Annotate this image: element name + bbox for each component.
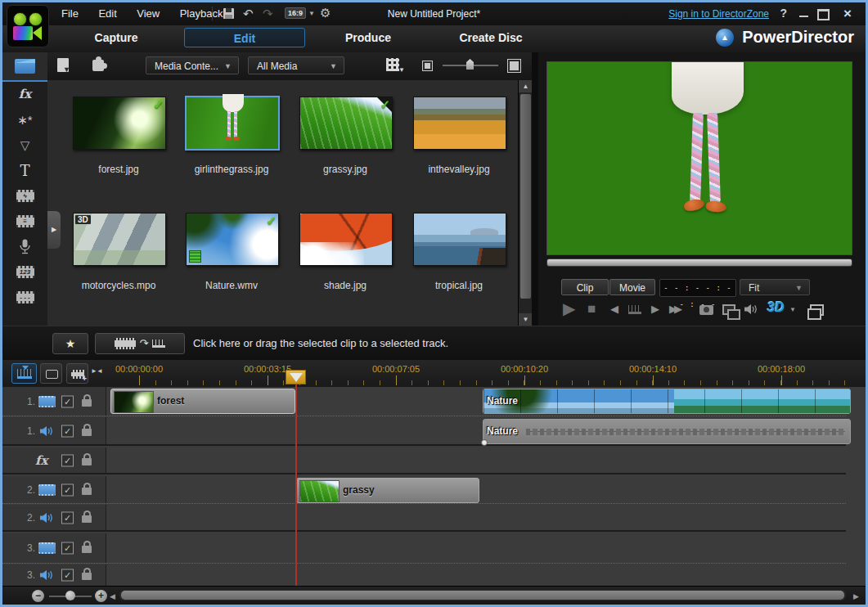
sidebar-item-media-room[interactable] — [2, 52, 47, 82]
undock-preview-button[interactable] — [810, 304, 824, 316]
media-thumbnail-inthevalley[interactable] — [413, 97, 506, 150]
track-row-video-1[interactable]: 1. ✓ forest Nature — [2, 387, 846, 416]
sidebar-item-effect-room[interactable]: fx — [2, 82, 47, 107]
media-thumbnail-tropical[interactable] — [413, 213, 506, 266]
fade-keyframe-handle[interactable] — [481, 439, 488, 446]
sidebar-item-pip-objects-room[interactable]: ∗* — [2, 107, 47, 133]
import-media-icon[interactable] — [57, 58, 69, 72]
zoom-fit-dropdown[interactable]: Fit ▼ — [740, 279, 810, 295]
sidebar-item-subtitle-room[interactable]: - - - — [2, 285, 47, 310]
preview-seekbar[interactable] — [546, 259, 852, 267]
lock-icon[interactable] — [82, 399, 92, 407]
aspect-dropdown-icon[interactable]: ▼ — [308, 10, 315, 17]
3d-mode-button[interactable]: 3D — [767, 300, 784, 315]
thumbnail-zoom-handle[interactable] — [466, 59, 474, 70]
timeline-zoom-in-button[interactable]: + — [95, 590, 107, 602]
next-frame-button[interactable]: ▶ — [651, 303, 659, 315]
track-enable-checkbox[interactable]: ✓ — [61, 569, 74, 582]
storyboard-view-button[interactable] — [40, 363, 62, 384]
track-enable-checkbox[interactable]: ✓ — [61, 542, 74, 555]
undo-icon[interactable]: ↶ — [243, 7, 254, 21]
preview-video[interactable] — [546, 61, 852, 255]
timeline-zoom-handle[interactable] — [65, 591, 75, 600]
lock-icon[interactable] — [82, 573, 92, 580]
lock-icon[interactable] — [82, 515, 92, 523]
tab-capture[interactable]: Capture — [64, 31, 169, 44]
stop-button[interactable]: ■ — [587, 301, 596, 317]
seek-marker-button[interactable] — [628, 305, 641, 314]
timeline-view-button[interactable] — [11, 363, 37, 384]
media-filter-dropdown[interactable]: All Media ▼ — [248, 56, 344, 74]
save-icon[interactable] — [223, 8, 234, 19]
track-enable-checkbox[interactable]: ✓ — [61, 454, 74, 466]
gear-icon[interactable]: ⚙ — [320, 6, 331, 20]
previous-frame-button[interactable]: ◀ — [610, 303, 618, 315]
timeline-clip-nature-audio[interactable]: Nature — [483, 419, 851, 444]
media-thumbnail-forest[interactable]: ✓ — [73, 97, 166, 150]
redo-icon[interactable]: ↷ — [263, 7, 273, 21]
3d-dropdown-icon[interactable]: ▼ — [789, 306, 796, 313]
track-enable-checkbox[interactable]: ✓ — [61, 395, 74, 407]
media-thumbnail-shade[interactable] — [299, 213, 393, 266]
sidebar-item-audio-mixing-room[interactable]: ≡ — [2, 209, 47, 234]
lock-icon[interactable] — [82, 458, 92, 465]
add-track-button[interactable]: + — [66, 363, 88, 384]
track-enable-checkbox[interactable]: ✓ — [61, 425, 74, 437]
media-thumbnail-nature[interactable]: ✓ — [186, 213, 279, 266]
playhead-line[interactable] — [295, 384, 297, 586]
range-select-button[interactable]: ►◄ — [91, 367, 102, 375]
track-row-effect[interactable]: fx ✓ — [2, 447, 846, 474]
sidebar-item-title-room[interactable]: T — [2, 158, 47, 183]
menu-playback[interactable]: Playback — [172, 2, 232, 25]
insert-to-timeline-button[interactable]: ↷ — [95, 333, 185, 354]
timeline-horizontal-scrollbar[interactable] — [119, 590, 846, 600]
sidebar-item-voiceover-room[interactable] — [2, 234, 47, 259]
sidebar-item-particle-room[interactable]: ▽ — [2, 133, 47, 158]
sort-media-icon[interactable] — [386, 58, 399, 71]
ruler-ticks[interactable] — [106, 360, 848, 385]
snapshot-button[interactable] — [699, 305, 713, 315]
media-thumbnail-girlinthegrass[interactable] — [185, 96, 280, 151]
close-button[interactable]: × — [843, 6, 852, 22]
movie-mode-button[interactable]: Movie — [609, 279, 655, 295]
scrollbar-thumb[interactable] — [520, 94, 531, 299]
plugin-icon[interactable] — [92, 60, 104, 71]
scroll-left-icon[interactable]: ◀ — [110, 592, 115, 600]
timeline-clip-grassy[interactable]: grassy — [296, 478, 479, 503]
magic-tools-button[interactable]: ★ — [52, 333, 88, 354]
lock-icon[interactable] — [82, 488, 92, 495]
timecode-display[interactable]: - - : - - : - - : - - — [659, 279, 736, 297]
lock-icon[interactable] — [82, 429, 92, 436]
brand-up-arrow-icon[interactable]: ▲ — [716, 29, 734, 47]
menu-file[interactable]: File — [53, 2, 87, 25]
track-row-video-3[interactable]: 3. ✓ — [2, 533, 846, 564]
small-thumbnail-icon[interactable] — [422, 61, 433, 71]
media-thumbnail-motorcycles[interactable]: 3D — [73, 213, 166, 266]
menu-edit[interactable]: Edit — [90, 2, 124, 25]
scroll-up-button[interactable]: ▲ — [519, 80, 533, 92]
aspect-ratio-badge[interactable]: 16:9 — [285, 7, 306, 19]
library-content-dropdown[interactable]: Media Conte... ▼ — [146, 56, 239, 74]
minimize-button[interactable] — [799, 16, 808, 17]
sidebar-item-transition-room[interactable]: ϟ — [2, 183, 47, 209]
scrollbar-thumb[interactable] — [121, 591, 844, 600]
play-button[interactable]: ▶ — [563, 299, 575, 318]
track-enable-checkbox[interactable]: ✓ — [61, 483, 74, 496]
media-thumbnail-grassy[interactable]: ✓ — [299, 97, 393, 150]
tab-produce[interactable]: Produce — [317, 31, 419, 44]
track-row-audio-2[interactable]: 2. ✓ — [2, 505, 846, 532]
large-thumbnail-icon[interactable] — [507, 59, 521, 73]
library-flyout-tab[interactable]: ▶ — [47, 211, 61, 249]
fast-forward-button[interactable]: ▶▶ — [669, 303, 679, 315]
scroll-down-button[interactable]: ▼ — [519, 313, 533, 326]
timeline-zoom-out-button[interactable]: − — [32, 590, 44, 602]
volume-button[interactable] — [744, 304, 758, 315]
sidebar-item-chapter-room[interactable]: 123 — [2, 259, 47, 285]
track-enable-checkbox[interactable]: ✓ — [61, 511, 74, 524]
track-row-audio-1[interactable]: 1. ✓ Nature — [2, 417, 846, 446]
timeline-clip-forest[interactable]: forest — [110, 389, 295, 414]
sign-in-link[interactable]: Sign in to DirectorZone — [668, 8, 769, 20]
tab-edit[interactable]: Edit — [184, 28, 305, 47]
clip-mode-button[interactable]: Clip — [561, 279, 609, 295]
lock-icon[interactable] — [82, 546, 92, 553]
